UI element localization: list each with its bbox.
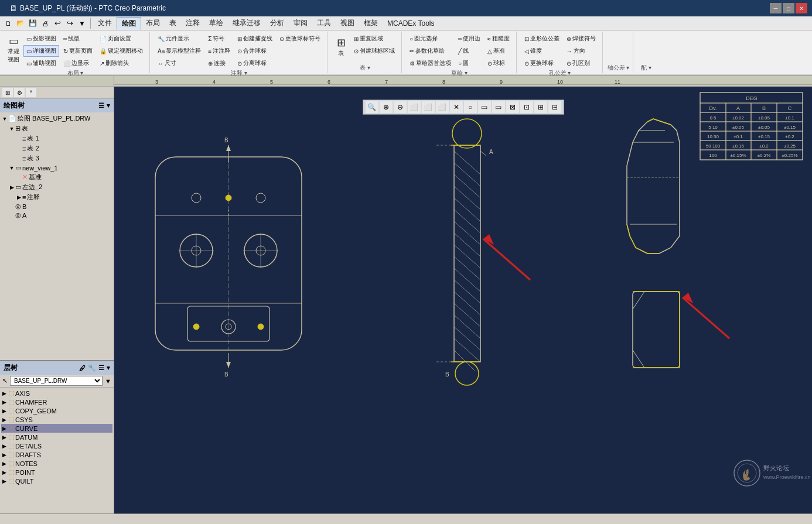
btn-roughness[interactable]: ≈ 粗糙度 bbox=[485, 33, 513, 44]
layer-item-AXIS[interactable]: ▶ ⬚ AXIS bbox=[1, 389, 112, 398]
btn-datum[interactable]: △ 基准 bbox=[485, 45, 513, 57]
maximize-btn[interactable]: □ bbox=[783, 3, 794, 13]
btn-line-type[interactable]: ━ 线型 bbox=[60, 33, 95, 44]
tree-btn-filter[interactable]: * bbox=[26, 88, 36, 97]
btn-projection-view[interactable]: ▭ 投影视图 bbox=[23, 33, 59, 44]
btn-aux-view[interactable]: ▭ 辅助视图 bbox=[23, 57, 59, 69]
expand-DATUM[interactable]: ▶ bbox=[2, 434, 8, 440]
btn-circle[interactable]: ○ 圆 bbox=[455, 57, 483, 69]
tree-btn-grid[interactable]: ⊞ bbox=[2, 88, 13, 97]
btn-create-balloon[interactable]: ⊙ 创建球标区域 bbox=[351, 45, 398, 57]
menu-layout[interactable]: 布局 bbox=[141, 17, 165, 29]
cb-zoom-out[interactable]: ⊖ bbox=[394, 101, 407, 113]
menu-table[interactable]: 表 bbox=[165, 17, 181, 29]
tree-close-btn[interactable]: ▾ bbox=[107, 102, 110, 109]
cb-pan[interactable]: ⬜ bbox=[436, 101, 449, 113]
menu-sketch[interactable]: 草绘 bbox=[204, 17, 228, 29]
menu-view[interactable]: 视图 bbox=[336, 17, 359, 29]
cb-circle[interactable]: ○ bbox=[464, 101, 477, 113]
layer-item-POINT[interactable]: ▶ ⬚ POINT bbox=[1, 468, 112, 477]
btn-note[interactable]: ≡ 注注释 bbox=[205, 45, 233, 57]
layer-dropdown-btn[interactable]: ▼ bbox=[105, 378, 111, 385]
qa-print[interactable]: 🖨 bbox=[39, 18, 51, 29]
cb-misc3[interactable]: ⊞ bbox=[534, 101, 547, 113]
btn-symbol[interactable]: Σ 符号 bbox=[205, 33, 233, 44]
menu-analysis[interactable]: 分析 bbox=[265, 17, 289, 29]
expand-NOTES[interactable]: ▶ bbox=[2, 461, 8, 467]
menu-review[interactable]: 审阅 bbox=[289, 17, 312, 29]
btn-snap-line[interactable]: ⊞ 创建捕捉线 bbox=[234, 33, 275, 44]
btn-del-arrow[interactable]: ↗ 删除箭头 bbox=[97, 57, 146, 69]
expand-QUILT[interactable]: ▶ bbox=[2, 478, 8, 484]
expand-CSYS[interactable]: ▶ bbox=[2, 417, 8, 423]
expand-zhushi[interactable]: ▶ bbox=[15, 194, 22, 200]
tree-item-zhushi[interactable]: ▶ ≡ 注释 bbox=[1, 192, 112, 202]
tree-item-newview1[interactable]: ▼ ▭ new_view_1 bbox=[1, 163, 112, 172]
tree-item-jizhun[interactable]: ✕ 基准 bbox=[1, 172, 112, 182]
btn-circle-select[interactable]: ○ 圆元选择 bbox=[407, 33, 454, 44]
menu-frame[interactable]: 框架 bbox=[359, 17, 383, 29]
layer-item-CSYS[interactable]: ▶ ⬚ CSYS bbox=[1, 415, 112, 424]
cb-misc4[interactable]: ⊟ bbox=[548, 101, 561, 113]
layer-btn4[interactable]: ▾ bbox=[107, 364, 110, 372]
cb-misc1[interactable]: ⊠ bbox=[506, 101, 519, 113]
btn-page-setup[interactable]: 📄 页面设置 bbox=[97, 33, 146, 44]
tree-item-B[interactable]: ◎ B bbox=[1, 202, 112, 211]
cb-rect-sel[interactable]: ⬜ bbox=[408, 101, 421, 113]
btn-use-edge[interactable]: ━ 使用边 bbox=[455, 33, 483, 44]
tree-item-zuobian[interactable]: ▶ ▭ 左边_2 bbox=[1, 182, 112, 192]
layer-item-DATUM[interactable]: ▶ ⬚ DATUM bbox=[1, 433, 112, 441]
expand-zuobian[interactable]: ▶ bbox=[8, 184, 15, 190]
layer-btn3[interactable]: ☰ bbox=[98, 364, 104, 372]
menu-annotation[interactable]: 注释 bbox=[181, 17, 204, 29]
cb-zoom-fit[interactable]: 🔍 bbox=[366, 101, 378, 113]
qa-more[interactable]: ▼ bbox=[76, 18, 88, 29]
btn-param-sketch[interactable]: ✏ 参数化草绘 bbox=[407, 45, 454, 57]
layer-btn2[interactable]: 🔧 bbox=[88, 364, 96, 372]
btn-edge-display[interactable]: ⬜ 边显示 bbox=[60, 57, 95, 69]
tree-item-root[interactable]: ▼ 📄 绘图 BASE_UP_PL.DRW bbox=[1, 114, 112, 124]
cb-misc2[interactable]: ⊡ bbox=[520, 101, 533, 113]
expand-table[interactable]: ▼ bbox=[8, 126, 15, 132]
cb-zoom-in[interactable]: ⊕ bbox=[380, 101, 393, 113]
minimize-btn[interactable]: ─ bbox=[770, 3, 782, 13]
qa-open[interactable]: 📂 bbox=[15, 18, 26, 29]
menu-draw[interactable]: 绘图 bbox=[117, 17, 141, 30]
qa-new[interactable]: 🗋 bbox=[2, 18, 14, 29]
expand-DRAFTS[interactable]: ▶ bbox=[2, 452, 8, 458]
btn-replace-balloon[interactable]: ⊙ 更换球标 bbox=[521, 57, 562, 69]
tree-btn-settings[interactable]: ⚙ bbox=[14, 88, 25, 97]
btn-geo-tol[interactable]: ⊡ 亚形位公差 bbox=[521, 33, 562, 44]
layer-item-CURVE[interactable]: ▶ ⬚ CURVE bbox=[1, 424, 112, 433]
btn-show-model-ann[interactable]: Aa 显示模型注释 bbox=[155, 45, 204, 57]
cb-rect1[interactable]: ▭ bbox=[478, 101, 491, 113]
menu-inherit[interactable]: 继承迁移 bbox=[228, 17, 265, 29]
expand-POINT[interactable]: ▶ bbox=[2, 470, 8, 475]
qa-redo[interactable]: ↪ bbox=[64, 18, 76, 29]
btn-line[interactable]: ╱ 线 bbox=[455, 45, 483, 57]
btn-weld-symbol[interactable]: ⊕ 焊接符号 bbox=[564, 33, 599, 44]
tree-menu-btn[interactable]: ☰ bbox=[98, 102, 104, 109]
btn-split-balloon[interactable]: ⊙ 分离球标 bbox=[234, 57, 275, 69]
btn-regular-view[interactable]: ▭ 常规视图 bbox=[5, 33, 22, 66]
btn-detail-view[interactable]: ▭ 详细视图 bbox=[23, 45, 59, 57]
layer-item-QUILT[interactable]: ▶ ⬚ QUILT bbox=[1, 477, 112, 485]
cb-select[interactable]: ⬜ bbox=[422, 101, 435, 113]
expand-CURVE[interactable]: ▶ bbox=[2, 426, 8, 431]
btn-connect[interactable]: ⊕ 连接 bbox=[205, 57, 233, 69]
btn-dimension[interactable]: ↔ 尺寸 bbox=[155, 57, 204, 69]
btn-change-balloon[interactable]: ⊙ 更改球标符号 bbox=[277, 33, 323, 44]
tree-item-table[interactable]: ▼ ⊞ 表 bbox=[1, 124, 112, 133]
expand-root[interactable]: ▼ bbox=[1, 116, 8, 122]
btn-component-display[interactable]: 🔧 元件显示 bbox=[155, 33, 204, 44]
layer-item-CHAMFER[interactable]: ▶ ⬚ CHAMFER bbox=[1, 398, 112, 406]
layer-file-select[interactable]: BASE_UP_PL.DRW bbox=[10, 376, 103, 386]
qa-save[interactable]: 💾 bbox=[27, 18, 39, 29]
layer-item-DRAFTS[interactable]: ▶ ⬚ DRAFTS bbox=[1, 450, 112, 459]
layer-item-NOTES[interactable]: ▶ ⬚ NOTES bbox=[1, 459, 112, 468]
btn-update-page[interactable]: ↻ 更新页面 bbox=[60, 45, 95, 57]
tree-item-table1[interactable]: ≡ 表 1 bbox=[1, 133, 112, 143]
menu-file[interactable]: 文件 bbox=[93, 17, 117, 29]
tree-item-table2[interactable]: ≡ 表 2 bbox=[1, 143, 112, 153]
expand-CHAMFER[interactable]: ▶ bbox=[2, 399, 8, 405]
